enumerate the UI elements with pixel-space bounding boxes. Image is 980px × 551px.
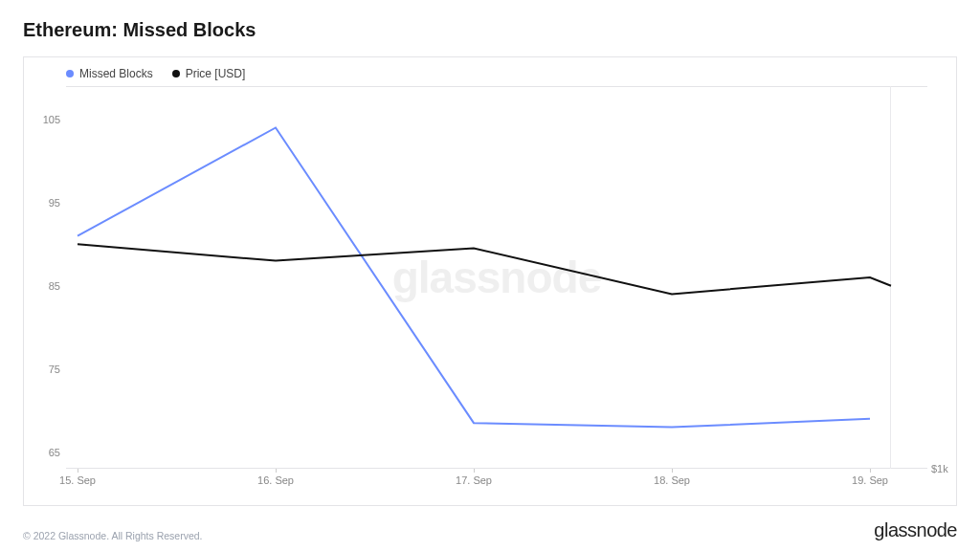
x-tick: 17. Sep: [456, 474, 492, 486]
brand-logo: glassnode: [874, 519, 957, 541]
copyright: © 2022 Glassnode. All Rights Reserved.: [23, 530, 203, 541]
x-tick-mark: [474, 469, 475, 473]
legend-item-price[interactable]: Price [USD]: [172, 67, 246, 80]
legend-label: Price [USD]: [186, 67, 246, 80]
x-tick-mark: [78, 469, 78, 473]
x-tick: 19. Sep: [852, 474, 888, 486]
x-tick: 16. Sep: [257, 474, 294, 486]
series-missed-blocks: [78, 127, 870, 427]
y-tick: 95: [30, 197, 60, 209]
x-tick-mark: [672, 469, 673, 473]
x-tick: 18. Sep: [654, 474, 690, 486]
footer: © 2022 Glassnode. All Rights Reserved. g…: [23, 519, 957, 541]
y2-tick: $1k: [931, 463, 958, 474]
chart-frame: Missed Blocks Price [USD] glassnode 6575…: [23, 56, 957, 506]
legend: Missed Blocks Price [USD]: [66, 67, 245, 80]
legend-label: Missed Blocks: [79, 67, 153, 80]
y-tick: 105: [30, 114, 60, 125]
legend-dot-icon: [172, 70, 180, 77]
x-tick-mark: [870, 469, 871, 473]
x-tick: 15. Sep: [59, 474, 96, 486]
plot-area[interactable]: glassnode 65758595105 15. Sep16. Sep17. …: [66, 86, 927, 469]
series-price: [78, 244, 891, 294]
y-tick: 65: [30, 447, 60, 458]
chart-svg: [66, 86, 927, 469]
x-tick-mark: [276, 469, 277, 473]
legend-dot-icon: [66, 70, 74, 77]
page-title: Ethereum: Missed Blocks: [23, 19, 957, 41]
y-tick: 75: [30, 364, 60, 375]
legend-item-missed-blocks[interactable]: Missed Blocks: [66, 67, 153, 80]
y-tick: 85: [30, 280, 60, 292]
